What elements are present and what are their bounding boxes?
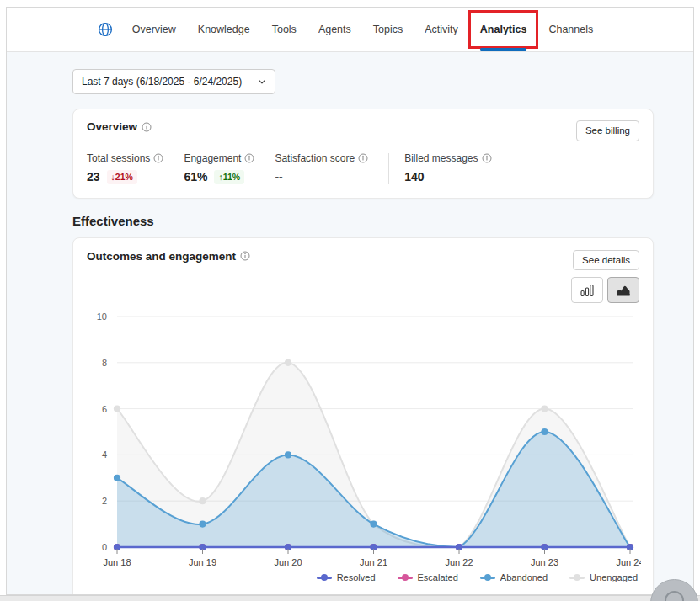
metric-label: Engagement (184, 152, 254, 164)
area-chart-icon (616, 284, 631, 297)
tab-label: Channels (548, 24, 593, 35)
analytics-page: { "nav": { "tabs": [ {"label": "Overview… (0, 0, 700, 601)
chart-type-toggles (87, 277, 639, 303)
svg-text:Jun 22: Jun 22 (445, 557, 473, 567)
tab-label: Knowledge (198, 24, 250, 35)
outcomes-title-text: Outcomes and engagement (87, 250, 236, 263)
metric-total-sessions: Total sessions23↓21% (87, 152, 163, 184)
tab-bar: OverviewKnowledgeToolsAgentsTopicsActivi… (98, 13, 603, 46)
tab-analytics[interactable]: Analytics (471, 13, 537, 46)
tab-tools[interactable]: Tools (263, 13, 306, 46)
info-icon[interactable] (244, 153, 254, 163)
svg-text:Jun 19: Jun 19 (189, 557, 216, 567)
metric-value: 140 (404, 170, 424, 183)
see-details-button[interactable]: See details (573, 250, 639, 271)
metric-value-row: 23↓21% (87, 170, 163, 184)
legend-escalated[interactable]: Escalated (398, 572, 458, 582)
svg-text:Jun 21: Jun 21 (360, 557, 387, 567)
metric-label: Total sessions (87, 152, 163, 164)
metric-label: Satisfaction score (275, 152, 368, 164)
metric-value-row: 140 (404, 170, 491, 183)
legend-abandoned[interactable]: Abandoned (480, 572, 548, 582)
legend-label: Unengaged (590, 572, 638, 582)
info-icon[interactable] (482, 153, 492, 163)
metric-satisfaction-score: Satisfaction score-- (275, 152, 368, 184)
svg-text:Jun 18: Jun 18 (103, 557, 131, 567)
legend-marker (398, 574, 413, 582)
legend-marker (317, 574, 332, 582)
bottom-edge-strip (0, 595, 700, 601)
overview-metrics: Total sessions23↓21%Engagement61%↑11%Sat… (87, 152, 639, 184)
bar-chart-toggle[interactable] (571, 277, 603, 303)
metric-engagement: Engagement61%↑11% (184, 152, 254, 184)
overview-title-text: Overview (87, 120, 137, 133)
svg-text:0: 0 (102, 542, 107, 552)
legend-resolved[interactable]: Resolved (317, 572, 376, 582)
tab-label: Topics (373, 24, 403, 35)
metric-label-text: Engagement (184, 152, 241, 164)
active-tab-underline (480, 48, 527, 51)
legend-label: Escalated (418, 572, 458, 582)
tab-knowledge[interactable]: Knowledge (189, 13, 259, 46)
outcomes-card-header: Outcomes and engagement See details (87, 250, 639, 271)
metric-value: 23 (87, 170, 100, 183)
metric-value: -- (275, 170, 282, 183)
svg-text:6: 6 (102, 404, 107, 414)
date-range-label: Last 7 days (6/18/2025 - 6/24/2025) (82, 76, 242, 88)
date-range-select[interactable]: Last 7 days (6/18/2025 - 6/24/2025) (72, 69, 275, 94)
app-window: OverviewKnowledgeToolsAgentsTopicsActivi… (6, 7, 694, 595)
chevron-down-icon (257, 77, 267, 87)
svg-text:10: 10 (97, 311, 107, 322)
metric-delta-badge: ↓21% (107, 170, 137, 184)
metric-label-text: Total sessions (87, 152, 150, 164)
tab-channels[interactable]: Channels (539, 13, 602, 46)
outcomes-card-title: Outcomes and engagement (87, 250, 250, 263)
info-icon[interactable] (142, 122, 152, 132)
svg-text:Jun 24: Jun 24 (616, 557, 641, 567)
metric-billed-messages: Billed messages140 (404, 152, 491, 184)
tab-overview[interactable]: Overview (123, 13, 185, 46)
tab-label: Activity (425, 24, 458, 35)
svg-text:8: 8 (102, 358, 107, 368)
legend-marker (569, 574, 585, 582)
tab-label: Agents (318, 24, 351, 35)
metric-label: Billed messages (404, 152, 491, 164)
tab-label: Overview (132, 24, 176, 35)
metric-value-row: -- (275, 170, 368, 183)
metric-label-text: Satisfaction score (275, 152, 355, 164)
bar-chart-icon (580, 284, 595, 297)
help-fab-icon (665, 591, 684, 601)
tab-label: Tools (272, 24, 297, 35)
tab-agents[interactable]: Agents (309, 13, 361, 46)
svg-text:4: 4 (102, 450, 107, 460)
info-icon[interactable] (358, 153, 368, 163)
svg-text:Jun 20: Jun 20 (274, 557, 302, 567)
legend-label: Resolved (337, 572, 376, 582)
metrics-divider (388, 153, 389, 184)
tab-topics[interactable]: Topics (364, 13, 412, 46)
tab-activity[interactable]: Activity (415, 13, 468, 46)
svg-text:Jun 23: Jun 23 (531, 557, 558, 567)
globe-icon[interactable] (98, 22, 113, 37)
info-icon[interactable] (240, 251, 250, 261)
metric-value-row: 61%↑11% (184, 170, 254, 184)
legend-marker (480, 574, 495, 582)
svg-text:2: 2 (102, 497, 107, 507)
metric-delta-badge: ↑11% (214, 170, 244, 184)
metric-label-text: Billed messages (404, 152, 478, 164)
legend-label: Abandoned (500, 572, 548, 582)
tab-label: Analytics (480, 24, 527, 35)
overview-card: Overview See billing Total sessions23↓21… (72, 109, 654, 199)
overview-card-header: Overview See billing (87, 120, 639, 141)
see-billing-button[interactable]: See billing (576, 120, 639, 141)
metric-value: 61% (184, 170, 207, 183)
info-icon[interactable] (153, 153, 163, 163)
effectiveness-heading: Effectiveness (72, 214, 693, 228)
overview-card-title: Overview (87, 120, 152, 133)
legend-unengaged[interactable]: Unengaged (569, 572, 638, 582)
chart-legend: ResolvedEscalatedAbandonedUnengaged (87, 572, 639, 582)
outcomes-card: Outcomes and engagement See details (72, 237, 654, 595)
top-nav-bar: OverviewKnowledgeToolsAgentsTopicsActivi… (7, 8, 693, 52)
outcomes-chart[interactable]: 0246810Jun 18Jun 19Jun 20Jun 21Jun 22Jun… (87, 306, 641, 572)
area-chart-toggle[interactable] (607, 277, 639, 303)
